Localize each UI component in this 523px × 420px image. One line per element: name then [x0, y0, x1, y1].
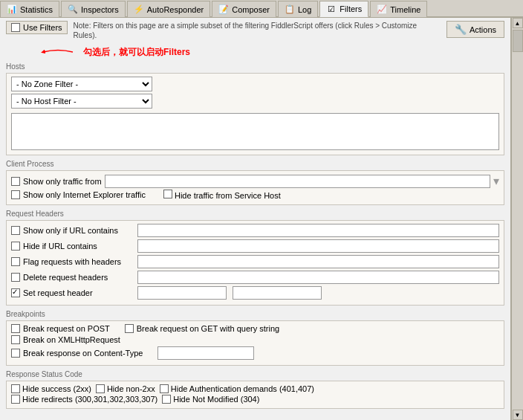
rs-notmodified: Hide Not Modified (304): [162, 395, 259, 404]
delete-headers-checkbox[interactable]: [11, 273, 20, 282]
compose-icon: 📝: [218, 4, 229, 15]
rs-success-label: Hide success (2xx): [22, 384, 91, 393]
bp-content-type: Break response on Content-Type: [11, 349, 143, 358]
bp-content-type-checkbox[interactable]: [11, 349, 20, 358]
tab-timeline[interactable]: 📈 Timeline: [370, 1, 427, 17]
bp-post-label: Break request on POST: [23, 324, 110, 333]
bp-get-checkbox[interactable]: [125, 324, 134, 333]
bp-post-checkbox[interactable]: [11, 324, 20, 333]
tab-autoresponder[interactable]: ⚡ AutoResponder: [127, 1, 210, 17]
tab-inspectors[interactable]: 🔍 Inspectors: [61, 1, 126, 17]
show-url-checkbox[interactable]: [11, 226, 20, 235]
use-filters-button[interactable]: Use Filters: [6, 21, 68, 34]
hosts-textarea[interactable]: [11, 113, 499, 150]
set-header-input1[interactable]: [137, 286, 227, 300]
bp-get-query: Break request on GET with query string: [125, 324, 279, 333]
log-icon: 📋: [285, 4, 295, 15]
main-content: Use Filters Note: Filters on this page a…: [0, 18, 523, 420]
ie-traffic-row: Show only Internet Explorer traffic Hide…: [11, 190, 499, 200]
filter-note: Note: Filters on this page are a simple …: [74, 21, 441, 40]
bp-content-type-label: Break response on Content-Type: [23, 349, 143, 358]
show-traffic-row: Show only traffic from ▾: [11, 174, 499, 188]
show-traffic-input[interactable]: [105, 175, 490, 188]
rs-notmodified-checkbox[interactable]: [162, 395, 171, 404]
timeline-icon: 📈: [377, 4, 387, 15]
scroll-down-arrow[interactable]: ▼: [513, 410, 523, 420]
hide-url-input[interactable]: [137, 239, 499, 253]
client-process-content: Show only traffic from ▾ Show only Inter…: [6, 170, 504, 205]
show-traffic-checkbox[interactable]: [11, 177, 20, 186]
hide-service-checkbox[interactable]: [163, 190, 172, 198]
hosts-section: Hosts - No Zone Filter - - No Host Filte…: [6, 62, 504, 155]
rs-row1: Hide success (2xx) Hide non-2xx Hide Aut…: [11, 384, 499, 393]
bp-post: Break request on POST: [11, 324, 110, 333]
host-filter-row: - No Host Filter -: [11, 94, 499, 109]
bp-row3: Break response on Content-Type: [11, 346, 499, 360]
bp-xml: Break on XMLHttpRequest: [11, 335, 120, 344]
flag-headers-row: Flag requests with headers: [11, 255, 499, 268]
scrollbar[interactable]: ▲ ▼: [511, 18, 523, 420]
breakpoints-content: Break request on POST Break request on G…: [6, 320, 504, 366]
rs-non2xx-label: Hide non-2xx: [107, 384, 155, 393]
breakpoints-label: Breakpoints: [6, 310, 504, 318]
flag-headers-label: Flag requests with headers: [23, 257, 134, 266]
client-process-label: Client Process: [6, 160, 504, 168]
scroll-up-arrow[interactable]: ▲: [513, 18, 523, 28]
set-header-label: Set request header: [23, 288, 134, 297]
bp-content-type-input[interactable]: [157, 346, 254, 360]
show-url-input[interactable]: [137, 224, 499, 237]
set-header-row: Set request header: [11, 286, 499, 300]
rs-auth-checkbox[interactable]: [160, 384, 169, 393]
ie-checkbox[interactable]: [11, 190, 20, 199]
bp-xml-checkbox[interactable]: [11, 335, 20, 344]
chart-icon: 📊: [7, 4, 17, 15]
tab-bar: 📊 Statistics 🔍 Inspectors ⚡ AutoResponde…: [0, 0, 523, 18]
hosts-label: Hosts: [6, 62, 504, 71]
response-status-label: Response Status Code: [6, 370, 504, 378]
client-process-section: Client Process Show only traffic from ▾ …: [6, 160, 504, 205]
request-headers-label: Request Headers: [6, 210, 504, 218]
rs-redirect-checkbox[interactable]: [11, 395, 20, 404]
annotation: 勾选后，就可以启动Filters: [36, 45, 504, 59]
zone-filter-select[interactable]: - No Zone Filter -: [11, 77, 152, 91]
breakpoints-section: Breakpoints Break request on POST Break …: [6, 310, 504, 366]
flag-headers-input[interactable]: [137, 255, 499, 268]
set-header-input2[interactable]: [233, 286, 322, 300]
bp-get-label: Break request on GET with query string: [137, 324, 279, 333]
response-status-section: Response Status Code Hide success (2xx) …: [6, 370, 504, 409]
hide-url-checkbox[interactable]: [11, 242, 20, 251]
rs-redirect: Hide redirects (300,301,302,303,307): [11, 395, 157, 404]
rs-non2xx: Hide non-2xx: [96, 384, 155, 393]
set-header-checkbox[interactable]: [11, 288, 20, 297]
request-headers-section: Request Headers Show only if URL contain…: [6, 210, 504, 306]
show-url-label: Show only if URL contains: [23, 226, 134, 235]
tab-composer[interactable]: 📝 Composer: [212, 1, 276, 17]
annotation-text: 勾选后，就可以启动Filters: [83, 46, 190, 59]
auto-icon: ⚡: [134, 4, 144, 15]
request-headers-content: Show only if URL contains Hide if URL co…: [6, 220, 504, 306]
actions-icon: 🔧: [455, 24, 467, 35]
host-filter-select[interactable]: - No Host Filter -: [11, 94, 152, 109]
zone-filter-row: - No Zone Filter -: [11, 77, 499, 91]
hide-service-label: Hide traffic from Service Host: [175, 191, 281, 200]
delete-headers-input[interactable]: [137, 271, 499, 284]
hide-service-row: Hide traffic from Service Host: [163, 190, 281, 200]
tab-statistics[interactable]: 📊 Statistics: [0, 1, 59, 17]
rs-notmodified-label: Hide Not Modified (304): [173, 395, 259, 404]
tab-log[interactable]: 📋 Log: [278, 1, 318, 17]
tab-filters[interactable]: ☑ Filters: [319, 1, 368, 17]
show-traffic-dropdown[interactable]: ▾: [493, 174, 499, 188]
rs-redirect-label: Hide redirects (300,301,302,303,307): [22, 395, 157, 404]
actions-button[interactable]: 🔧 Actions: [446, 21, 504, 38]
use-filters-checkbox[interactable]: [11, 23, 20, 32]
flag-headers-checkbox[interactable]: [11, 257, 20, 266]
rs-non2xx-checkbox[interactable]: [96, 384, 105, 393]
filter-icon: ☑: [326, 4, 337, 14]
scroll-thumb[interactable]: [513, 30, 523, 52]
show-traffic-label: Show only traffic from: [23, 177, 102, 186]
delete-headers-label: Delete request headers: [23, 273, 134, 282]
rs-success-checkbox[interactable]: [11, 384, 20, 393]
rs-auth-label: Hide Authentication demands (401,407): [171, 384, 314, 393]
inspect-icon: 🔍: [68, 4, 78, 15]
delete-headers-row: Delete request headers: [11, 271, 499, 284]
